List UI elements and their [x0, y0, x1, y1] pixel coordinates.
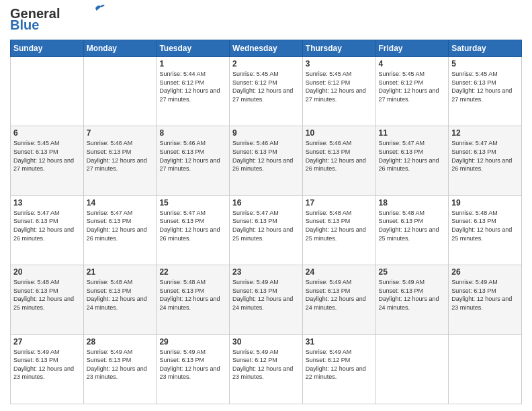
day-info: Sunrise: 5:46 AM Sunset: 6:13 PM Dayligh… [87, 139, 154, 173]
calendar-header-thursday: Thursday [302, 40, 375, 57]
calendar-cell: 4Sunrise: 5:45 AM Sunset: 6:12 PM Daylig… [375, 57, 449, 126]
calendar-cell: 13Sunrise: 5:47 AM Sunset: 6:13 PM Dayli… [11, 195, 84, 265]
day-info: Sunrise: 5:45 AM Sunset: 6:13 PM Dayligh… [451, 70, 519, 103]
day-number: 11 [379, 128, 446, 138]
day-number: 9 [232, 128, 300, 138]
calendar-cell: 22Sunrise: 5:48 AM Sunset: 6:13 PM Dayli… [157, 265, 230, 334]
calendar-header-tuesday: Tuesday [157, 40, 230, 57]
day-number: 30 [232, 337, 300, 347]
day-number: 3 [306, 59, 373, 68]
day-info: Sunrise: 5:47 AM Sunset: 6:13 PM Dayligh… [379, 139, 446, 173]
day-number: 16 [232, 198, 300, 208]
calendar-cell: 11Sunrise: 5:47 AM Sunset: 6:13 PM Dayli… [375, 126, 449, 195]
calendar-cell: 8Sunrise: 5:46 AM Sunset: 6:13 PM Daylig… [157, 126, 230, 195]
calendar-cell: 28Sunrise: 5:49 AM Sunset: 6:13 PM Dayli… [83, 334, 157, 404]
logo-bird-icon [93, 3, 107, 13]
day-number: 31 [306, 337, 373, 347]
calendar-cell [375, 334, 449, 404]
calendar-header-row: SundayMondayTuesdayWednesdayThursdayFrid… [11, 40, 522, 57]
calendar-cell: 27Sunrise: 5:49 AM Sunset: 6:13 PM Dayli… [11, 334, 84, 404]
day-info: Sunrise: 5:45 AM Sunset: 6:12 PM Dayligh… [306, 70, 373, 103]
day-info: Sunrise: 5:48 AM Sunset: 6:13 PM Dayligh… [451, 209, 519, 242]
day-info: Sunrise: 5:47 AM Sunset: 6:13 PM Dayligh… [159, 209, 226, 242]
day-info: Sunrise: 5:48 AM Sunset: 6:13 PM Dayligh… [159, 278, 226, 312]
day-info: Sunrise: 5:45 AM Sunset: 6:13 PM Dayligh… [13, 139, 81, 173]
calendar-header-saturday: Saturday [449, 40, 522, 57]
day-info: Sunrise: 5:46 AM Sunset: 6:13 PM Dayligh… [159, 139, 226, 173]
calendar-cell: 23Sunrise: 5:49 AM Sunset: 6:13 PM Dayli… [230, 265, 303, 334]
day-number: 4 [379, 59, 446, 68]
day-number: 15 [159, 198, 226, 208]
day-info: Sunrise: 5:48 AM Sunset: 6:13 PM Dayligh… [306, 209, 373, 242]
day-info: Sunrise: 5:46 AM Sunset: 6:13 PM Dayligh… [232, 139, 300, 173]
day-number: 21 [87, 267, 154, 277]
calendar-cell: 24Sunrise: 5:49 AM Sunset: 6:13 PM Dayli… [302, 265, 375, 334]
calendar-week-2: 6Sunrise: 5:45 AM Sunset: 6:13 PM Daylig… [11, 126, 522, 195]
calendar-week-5: 27Sunrise: 5:49 AM Sunset: 6:13 PM Dayli… [11, 334, 522, 404]
day-info: Sunrise: 5:49 AM Sunset: 6:12 PM Dayligh… [232, 348, 300, 381]
calendar-cell: 18Sunrise: 5:48 AM Sunset: 6:13 PM Dayli… [375, 195, 449, 265]
day-number: 14 [87, 198, 154, 208]
calendar-cell [83, 57, 157, 126]
day-number: 5 [451, 59, 519, 68]
day-number: 12 [451, 128, 519, 138]
day-number: 25 [379, 267, 446, 277]
calendar-header-monday: Monday [83, 40, 157, 57]
day-number: 7 [87, 128, 154, 138]
calendar-cell [11, 57, 84, 126]
page: General Blue SundayMondayTuesdayWednesda… [0, 0, 532, 411]
calendar-cell: 14Sunrise: 5:47 AM Sunset: 6:13 PM Dayli… [83, 195, 157, 265]
calendar-cell: 17Sunrise: 5:48 AM Sunset: 6:13 PM Dayli… [302, 195, 375, 265]
day-info: Sunrise: 5:49 AM Sunset: 6:13 PM Dayligh… [451, 278, 519, 312]
calendar-week-1: 1Sunrise: 5:44 AM Sunset: 6:12 PM Daylig… [11, 57, 522, 126]
calendar-cell: 29Sunrise: 5:49 AM Sunset: 6:13 PM Dayli… [157, 334, 230, 404]
day-number: 19 [451, 198, 519, 208]
day-info: Sunrise: 5:49 AM Sunset: 6:13 PM Dayligh… [13, 348, 81, 381]
calendar-cell: 3Sunrise: 5:45 AM Sunset: 6:12 PM Daylig… [302, 57, 375, 126]
calendar-week-3: 13Sunrise: 5:47 AM Sunset: 6:13 PM Dayli… [11, 195, 522, 265]
day-number: 13 [13, 198, 81, 208]
calendar-header-wednesday: Wednesday [230, 40, 303, 57]
day-info: Sunrise: 5:49 AM Sunset: 6:13 PM Dayligh… [87, 348, 154, 381]
day-info: Sunrise: 5:46 AM Sunset: 6:13 PM Dayligh… [306, 139, 373, 173]
day-number: 2 [232, 59, 300, 68]
calendar-cell: 30Sunrise: 5:49 AM Sunset: 6:12 PM Dayli… [230, 334, 303, 404]
day-info: Sunrise: 5:47 AM Sunset: 6:13 PM Dayligh… [451, 139, 519, 173]
day-number: 26 [451, 267, 519, 277]
calendar-cell: 16Sunrise: 5:47 AM Sunset: 6:13 PM Dayli… [230, 195, 303, 265]
day-info: Sunrise: 5:48 AM Sunset: 6:13 PM Dayligh… [13, 278, 81, 312]
calendar-cell: 6Sunrise: 5:45 AM Sunset: 6:13 PM Daylig… [11, 126, 84, 195]
calendar-cell: 2Sunrise: 5:45 AM Sunset: 6:12 PM Daylig… [230, 57, 303, 126]
day-info: Sunrise: 5:49 AM Sunset: 6:13 PM Dayligh… [159, 348, 226, 381]
calendar-cell: 10Sunrise: 5:46 AM Sunset: 6:13 PM Dayli… [302, 126, 375, 195]
day-number: 6 [13, 128, 81, 138]
calendar-cell: 12Sunrise: 5:47 AM Sunset: 6:13 PM Dayli… [449, 126, 522, 195]
calendar-cell: 1Sunrise: 5:44 AM Sunset: 6:12 PM Daylig… [157, 57, 230, 126]
day-number: 20 [13, 267, 81, 277]
day-info: Sunrise: 5:49 AM Sunset: 6:13 PM Dayligh… [232, 278, 300, 312]
day-info: Sunrise: 5:45 AM Sunset: 6:12 PM Dayligh… [232, 70, 300, 103]
day-number: 17 [306, 198, 373, 208]
calendar-cell: 5Sunrise: 5:45 AM Sunset: 6:13 PM Daylig… [449, 57, 522, 126]
day-info: Sunrise: 5:49 AM Sunset: 6:13 PM Dayligh… [306, 278, 373, 312]
calendar-week-4: 20Sunrise: 5:48 AM Sunset: 6:13 PM Dayli… [11, 265, 522, 334]
day-number: 22 [159, 267, 226, 277]
day-info: Sunrise: 5:44 AM Sunset: 6:12 PM Dayligh… [159, 70, 226, 103]
calendar-cell: 21Sunrise: 5:48 AM Sunset: 6:13 PM Dayli… [83, 265, 157, 334]
day-number: 29 [159, 337, 226, 347]
calendar-cell [449, 334, 522, 404]
calendar-header-sunday: Sunday [11, 40, 84, 57]
day-info: Sunrise: 5:49 AM Sunset: 6:12 PM Dayligh… [306, 348, 373, 381]
calendar-cell: 26Sunrise: 5:49 AM Sunset: 6:13 PM Dayli… [449, 265, 522, 334]
day-number: 27 [13, 337, 81, 347]
day-number: 28 [87, 337, 154, 347]
day-info: Sunrise: 5:47 AM Sunset: 6:13 PM Dayligh… [232, 209, 300, 242]
calendar-cell: 15Sunrise: 5:47 AM Sunset: 6:13 PM Dayli… [157, 195, 230, 265]
calendar-cell: 20Sunrise: 5:48 AM Sunset: 6:13 PM Dayli… [11, 265, 84, 334]
day-number: 8 [159, 128, 226, 138]
logo: General Blue [10, 7, 107, 33]
calendar-cell: 7Sunrise: 5:46 AM Sunset: 6:13 PM Daylig… [83, 126, 157, 195]
day-info: Sunrise: 5:45 AM Sunset: 6:12 PM Dayligh… [379, 70, 446, 103]
day-info: Sunrise: 5:49 AM Sunset: 6:13 PM Dayligh… [379, 278, 446, 312]
day-number: 1 [159, 59, 226, 68]
